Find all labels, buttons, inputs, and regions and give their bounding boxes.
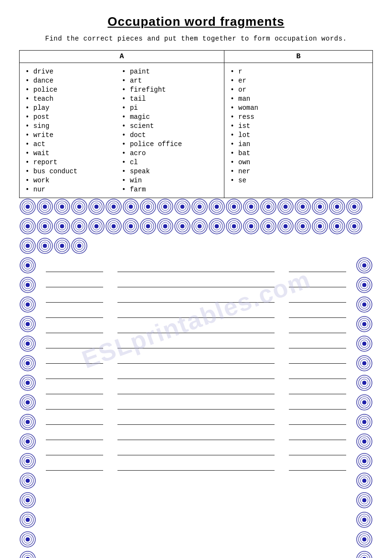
list-item: r xyxy=(230,67,367,76)
svg-point-223 xyxy=(26,479,30,483)
circle-decoration xyxy=(356,296,373,316)
circle-decoration xyxy=(191,218,208,237)
answer-line-main[interactable] xyxy=(117,399,275,410)
circle-decoration xyxy=(157,218,174,237)
list-item: sing xyxy=(25,121,122,130)
answer-line-short-right[interactable] xyxy=(289,460,346,471)
svg-point-107 xyxy=(129,224,133,228)
answer-line-short-right[interactable] xyxy=(289,368,346,379)
circle-decoration xyxy=(53,218,71,237)
list-item: woman xyxy=(230,103,367,112)
list-item: wait xyxy=(25,148,122,158)
answer-line-short-right[interactable] xyxy=(289,430,346,440)
answer-line-short-right[interactable] xyxy=(289,338,346,348)
answer-line-short-right[interactable] xyxy=(289,323,346,333)
circle-decoration xyxy=(328,218,346,237)
svg-point-127 xyxy=(215,224,219,228)
answer-line-short-right[interactable] xyxy=(289,445,346,455)
list-item: ian xyxy=(230,139,367,148)
answer-line-short-left[interactable] xyxy=(46,414,103,425)
circle-decoration xyxy=(243,198,260,218)
answer-line-main[interactable] xyxy=(117,262,275,272)
circle-decoration xyxy=(174,198,191,218)
circle-decoration xyxy=(356,394,373,413)
answer-line-short-left[interactable] xyxy=(46,323,103,333)
answer-line-short-left[interactable] xyxy=(46,277,103,287)
circle-decoration xyxy=(356,316,373,335)
answer-line-short-left[interactable] xyxy=(46,460,103,471)
answer-row xyxy=(46,277,346,287)
circle-decoration xyxy=(208,218,225,237)
answer-line-main[interactable] xyxy=(117,277,275,287)
circle-decoration xyxy=(19,394,36,413)
circle-decoration xyxy=(36,198,53,218)
answer-line-short-right[interactable] xyxy=(289,414,346,425)
list-item: work xyxy=(25,176,122,185)
circle-decoration xyxy=(356,257,373,276)
answer-line-main[interactable] xyxy=(117,445,275,455)
svg-point-207 xyxy=(26,400,30,404)
col-a-cell: drivedancepoliceteachplaypostsingwriteac… xyxy=(20,63,224,198)
svg-point-171 xyxy=(60,244,64,248)
answer-line-short-left[interactable] xyxy=(46,292,103,303)
list-item: police xyxy=(25,85,122,94)
answer-line-main[interactable] xyxy=(117,353,275,364)
circle-decoration xyxy=(311,198,328,218)
list-item: post xyxy=(25,112,122,121)
list-item: firefight xyxy=(122,85,218,94)
circle-decoration xyxy=(174,218,191,237)
col-a-header: A xyxy=(20,51,224,63)
svg-point-211 xyxy=(26,420,30,424)
answer-line-short-right[interactable] xyxy=(289,292,346,303)
svg-point-55 xyxy=(249,205,253,209)
circle-decoration xyxy=(191,198,208,218)
answer-line-main[interactable] xyxy=(117,430,275,440)
answer-line-main[interactable] xyxy=(117,384,275,394)
answer-row xyxy=(46,338,346,348)
answer-line-main[interactable] xyxy=(117,338,275,348)
circle-decoration xyxy=(19,257,36,276)
circle-decoration xyxy=(356,511,373,531)
answer-line-short-left[interactable] xyxy=(46,353,103,364)
answer-line-short-left[interactable] xyxy=(46,338,103,348)
circle-decoration xyxy=(356,550,373,558)
answer-line-main[interactable] xyxy=(117,368,275,379)
answer-line-short-right[interactable] xyxy=(289,262,346,272)
circle-decoration xyxy=(19,237,36,257)
svg-point-115 xyxy=(163,224,167,228)
list-item: bat xyxy=(230,148,367,158)
circle-decoration xyxy=(88,198,105,218)
answer-line-short-left[interactable] xyxy=(46,368,103,379)
circle-decoration xyxy=(71,237,88,257)
answer-line-short-right[interactable] xyxy=(289,353,346,364)
answer-line-main[interactable] xyxy=(117,460,275,471)
list-item: tail xyxy=(122,94,218,103)
svg-point-231 xyxy=(26,518,30,522)
circle-decoration xyxy=(346,198,363,218)
svg-point-43 xyxy=(198,205,201,209)
answer-line-main[interactable] xyxy=(117,307,275,318)
answer-line-short-left[interactable] xyxy=(46,307,103,318)
answer-line-main[interactable] xyxy=(117,292,275,303)
answer-line-main[interactable] xyxy=(117,323,275,333)
page: Occupation word fragments Find the corre… xyxy=(0,0,392,558)
svg-point-35 xyxy=(163,205,167,209)
answer-line-short-right[interactable] xyxy=(289,277,346,287)
svg-point-263 xyxy=(362,361,366,365)
answer-line-short-left[interactable] xyxy=(46,399,103,410)
list-item: play xyxy=(25,103,122,112)
circle-decoration xyxy=(19,335,36,355)
answer-row xyxy=(46,430,346,440)
svg-point-143 xyxy=(284,224,287,228)
answer-line-main[interactable] xyxy=(117,414,275,425)
answer-line-short-left[interactable] xyxy=(46,430,103,440)
circle-decoration xyxy=(356,492,373,511)
answer-line-short-left[interactable] xyxy=(46,262,103,272)
answer-line-short-right[interactable] xyxy=(289,399,346,410)
answer-line-short-left[interactable] xyxy=(46,384,103,394)
answer-line-short-right[interactable] xyxy=(289,307,346,318)
circle-decoration xyxy=(19,413,36,433)
answer-line-short-left[interactable] xyxy=(46,445,103,455)
answer-line-short-right[interactable] xyxy=(289,384,346,394)
list-item: police office xyxy=(122,139,218,148)
